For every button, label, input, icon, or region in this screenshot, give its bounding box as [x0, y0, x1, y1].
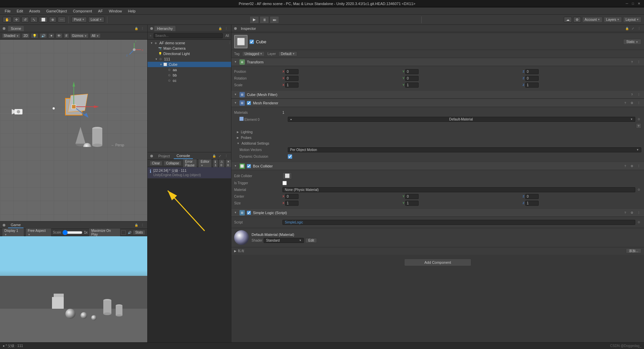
dynamic-occlusion-checkbox[interactable] [288, 154, 292, 159]
2d-button[interactable]: 2D [22, 33, 30, 38]
hierarchy-tab[interactable]: Hierarchy [154, 26, 175, 31]
cloud-button[interactable]: ⚙ [573, 17, 581, 22]
simple-logic-toggle[interactable] [247, 211, 251, 215]
box-collider-toggle[interactable] [247, 164, 251, 168]
project-tab[interactable]: Project [156, 153, 172, 159]
mesh-renderer-settings-icon[interactable]: ⚙ [629, 100, 635, 106]
menu-edit[interactable]: Edit [14, 8, 26, 14]
hierarchy-add-icon[interactable]: + [150, 34, 152, 38]
rotation-y-input[interactable] [405, 76, 419, 81]
scene-visibility-toggle[interactable]: 👁 [56, 33, 62, 38]
audio-icon[interactable]: 🔊 [128, 231, 131, 234]
transform-header[interactable]: ▼ ⊕ Transform ? ⋮ [231, 58, 644, 66]
info-count-badge[interactable]: ℹ 1 [213, 159, 218, 167]
scale-y-input[interactable] [405, 83, 419, 88]
maximize-button[interactable]: □ [631, 1, 635, 6]
center-x-input[interactable] [285, 194, 299, 199]
mesh-renderer-more-icon[interactable]: ⋮ [636, 100, 641, 106]
box-collider-more-icon[interactable]: ⋮ [636, 163, 641, 169]
script-dropdown[interactable]: SimpleLogic [282, 220, 635, 225]
console-tab[interactable]: Console [174, 153, 193, 159]
menu-af[interactable]: AF [95, 8, 105, 14]
scene-lock-icon[interactable]: 🔒 [134, 26, 139, 31]
material-edit-button[interactable]: Edit [305, 238, 317, 243]
scale-tool[interactable]: ⤡ [30, 17, 38, 22]
scene-tab[interactable]: Scene [8, 26, 24, 31]
hierarchy-scene-options[interactable]: ⋮ [228, 41, 231, 45]
inspector-lock-icon[interactable]: 🔒 [625, 26, 629, 31]
hierarchy-item-bb[interactable]: ▶ ⊙ bb [148, 72, 231, 78]
console-content[interactable]: ℹ [22:24:34] * 父级 · 111 UnityEngine.Debu… [148, 167, 231, 349]
hierarchy-more-icon[interactable]: ⋮ [224, 26, 228, 31]
position-x-input[interactable] [285, 69, 299, 74]
collapse-button[interactable]: Collapse [164, 161, 181, 166]
simple-logic-header[interactable]: ▼ ⊞ Simple Logic (Script) ? ⚙ ⋮ [231, 209, 644, 217]
hierarchy-item-111[interactable]: ▼ ⊙ 111 [148, 56, 231, 62]
hand-tool[interactable]: ✋ [3, 17, 11, 22]
scene-canvas[interactable]: ← Persp X Y Z [0, 40, 147, 221]
account-dropdown[interactable]: Account ▼ [582, 17, 602, 22]
clear-button[interactable]: Clear [150, 161, 162, 166]
additional-settings-section[interactable]: ▼ Additional Settings [234, 141, 641, 146]
scene-more-icon[interactable]: ⋮ [140, 26, 145, 31]
menu-gameobject[interactable]: GameObject [44, 8, 70, 14]
tag-dropdown[interactable]: Untagged ▼ [242, 51, 265, 56]
game-canvas[interactable] [0, 236, 147, 349]
scale-x-input[interactable] [285, 83, 299, 88]
console-expand-icon[interactable]: ⤢ [218, 154, 222, 158]
mesh-renderer-help-icon[interactable]: ? [623, 100, 628, 106]
lighting-section[interactable]: ▶ Lighting [234, 129, 641, 135]
edit-collider-button[interactable]: ⬜ [282, 172, 292, 179]
menu-component[interactable]: Component [70, 8, 95, 14]
pivot-button[interactable]: Pivot ▼ [71, 17, 87, 22]
maximize-on-play[interactable]: Maximize On Play [89, 228, 120, 237]
box-collider-header[interactable]: ▼ ⬜ Box Collider ? ⚙ ⋮ [231, 162, 644, 170]
console-entry-0[interactable]: ℹ [22:24:34] * 父级 · 111 UnityEngine.Debu… [148, 167, 231, 179]
collider-material-dropdown[interactable]: None (Physic Material) [282, 187, 635, 192]
rotation-x-input[interactable] [285, 76, 299, 81]
hierarchy-item-af-demo-scene[interactable]: ▼ ◈ AF demo scene ⋮ [148, 40, 231, 46]
window-controls[interactable]: ─ □ ✕ [625, 1, 641, 6]
hierarchy-item-directional-light[interactable]: ▶ 💡 Directional Light [148, 51, 231, 56]
collab-button[interactable]: ☁ [564, 17, 572, 22]
aspect-dropdown[interactable]: Free Aspect ▼ [25, 228, 52, 237]
motion-vectors-dropdown[interactable]: Per Object Motion ▼ [288, 147, 641, 152]
mesh-filter-header[interactable]: ▼ ⊞ Cube (Mesh Filter) ? ⋮ [231, 91, 644, 99]
hierarchy-lock-icon[interactable]: 🔒 [218, 26, 222, 31]
warning-count-badge[interactable]: ⚠ 0 [219, 159, 225, 167]
grid-toggle[interactable]: # [64, 33, 69, 38]
mute-icon[interactable] [121, 230, 126, 235]
material-dropdown[interactable]: ⬥ Default-Material ▼ [288, 117, 635, 122]
add-component-button[interactable]: Add Component [404, 259, 471, 266]
inspector-more-icon[interactable]: ⋮ [637, 26, 641, 31]
add-material-button[interactable]: + [636, 123, 641, 129]
pause-button[interactable]: ⏸ [260, 16, 269, 23]
fx-toggle[interactable]: ✦ [48, 33, 54, 38]
script-select-icon[interactable]: ⊙ [637, 220, 641, 225]
menu-file[interactable]: File [2, 8, 13, 14]
menu-window[interactable]: Window [106, 8, 124, 14]
layers-dropdown[interactable]: Layers ▼ [604, 17, 622, 22]
error-count-badge[interactable]: ✕ 0 [225, 159, 231, 167]
editor-dropdown[interactable]: Editor ▼ [198, 159, 212, 168]
mesh-filter-help-icon[interactable]: ? [629, 92, 635, 97]
move-tool[interactable]: ✛ [13, 17, 20, 22]
size-z-input[interactable] [525, 201, 539, 206]
console-more-icon[interactable]: ⋮ [224, 154, 228, 158]
probes-section[interactable]: ▶ Probes [234, 135, 641, 141]
mesh-renderer-toggle[interactable] [247, 101, 251, 105]
hierarchy-search-input[interactable] [154, 33, 223, 38]
transform-more-icon[interactable]: ⋮ [636, 59, 641, 65]
audio-toggle[interactable]: 🔊 [40, 33, 47, 38]
inspector-expand-icon[interactable]: ⤢ [631, 26, 635, 31]
play-button[interactable]: ▶ [250, 16, 259, 23]
simple-logic-help-icon[interactable]: ? [623, 210, 628, 215]
error-pause-button[interactable]: Error Pause [183, 159, 197, 168]
hierarchy-item-cube[interactable]: ▼ ⬜ Cube [148, 62, 231, 67]
size-y-input[interactable] [405, 201, 419, 206]
local-button[interactable]: Local ▼ [88, 17, 104, 22]
scale-z-input[interactable] [525, 83, 539, 88]
mesh-filter-more-icon[interactable]: ⋮ [636, 92, 641, 97]
object-active-toggle[interactable] [250, 40, 254, 44]
custom-tool[interactable]: ⋯ [58, 17, 66, 22]
